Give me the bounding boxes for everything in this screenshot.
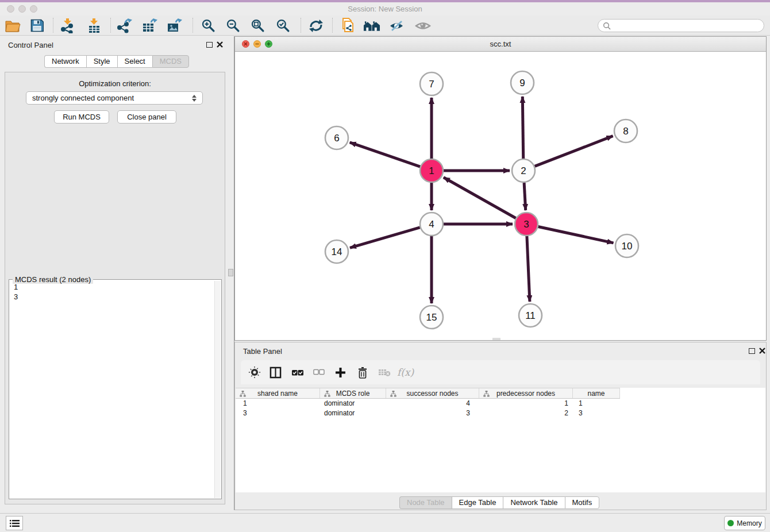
toolbar-divider <box>301 18 301 33</box>
tab-select[interactable]: Select <box>117 55 152 68</box>
graph-node-4[interactable]: 4 <box>420 213 443 236</box>
table-cell[interactable]: 2 <box>479 408 573 418</box>
zoom-in-icon[interactable] <box>199 17 217 34</box>
graph-edge-3-10[interactable] <box>538 227 614 243</box>
graph-node-14[interactable]: 14 <box>325 240 348 263</box>
memory-button[interactable]: Memory <box>724 516 765 530</box>
network-window-titlebar[interactable]: scc.txt <box>235 37 766 52</box>
first-neighbors-icon[interactable] <box>363 17 380 34</box>
table-cell[interactable]: 3 <box>386 408 479 418</box>
deselect-all-icon[interactable] <box>313 364 325 380</box>
graph-node-6[interactable]: 6 <box>325 126 348 149</box>
network-from-selection-icon[interactable] <box>339 17 356 34</box>
export-network-icon[interactable] <box>116 17 133 34</box>
graph-edge-2-9[interactable] <box>522 97 523 159</box>
import-network-icon[interactable] <box>59 17 76 34</box>
column-header-mcds-role[interactable]: MCDS role <box>320 388 386 398</box>
hide-selection-icon[interactable] <box>388 17 406 34</box>
graph-node-9[interactable]: 9 <box>511 71 534 94</box>
graph-edge-3-11[interactable] <box>527 236 530 302</box>
graph-node-label: 9 <box>519 78 525 88</box>
toolbar-divider <box>192 18 193 33</box>
table-cell[interactable]: 3 <box>573 408 620 418</box>
select-all-icon[interactable] <box>291 364 304 380</box>
zoom-selected-icon[interactable] <box>274 17 291 34</box>
table-cell[interactable]: dominator <box>320 408 386 418</box>
graph-node-label: 4 <box>429 219 434 230</box>
table-row[interactable]: 1dominator411 <box>236 399 620 408</box>
table-cell[interactable]: 4 <box>386 399 479 408</box>
table-cell[interactable]: 3 <box>236 408 320 418</box>
close-panel-button[interactable]: Close panel <box>117 110 176 124</box>
tab-node-table[interactable]: Node Table <box>399 496 452 509</box>
graph-node-3[interactable]: 3 <box>515 213 538 236</box>
graph-edge-3-1[interactable] <box>444 178 516 218</box>
tab-network-table[interactable]: Network Table <box>503 496 564 509</box>
table-cell[interactable]: 1 <box>236 399 320 408</box>
tab-network[interactable]: Network <box>44 55 86 68</box>
zoom-out-icon[interactable] <box>224 17 241 34</box>
column-header-shared-name[interactable]: shared name <box>236 388 320 398</box>
tab-motifs[interactable]: Motifs <box>565 496 600 509</box>
graph-edge-2-8[interactable] <box>535 136 613 167</box>
show-hide-columns-icon[interactable] <box>270 364 282 380</box>
show-all-icon[interactable] <box>414 17 432 34</box>
run-mcds-button[interactable]: Run MCDS <box>54 110 109 124</box>
graph-node-15[interactable]: 15 <box>420 306 443 329</box>
toolbar-divider <box>110 18 111 33</box>
zoom-fit-icon[interactable] <box>249 17 266 34</box>
tab-mcds[interactable]: MCDS <box>152 55 189 68</box>
canvas-resize-handle[interactable] <box>492 338 500 340</box>
export-image-icon[interactable] <box>166 17 183 34</box>
table-panel: Table Panel f(x) shared na <box>234 342 767 510</box>
minimize-window-button[interactable] <box>18 5 26 13</box>
column-header-name[interactable]: name <box>573 388 620 398</box>
graph-node-11[interactable]: 11 <box>519 304 542 327</box>
zoom-window-button[interactable] <box>30 5 37 13</box>
table-cell[interactable]: dominator <box>320 399 386 408</box>
network-zoom-button[interactable] <box>265 40 272 48</box>
graph-edge-2-3[interactable] <box>524 183 526 210</box>
open-session-icon[interactable] <box>4 17 21 34</box>
network-close-button[interactable] <box>242 40 249 48</box>
network-canvas[interactable]: 7968124314101511 <box>235 52 766 340</box>
task-history-button[interactable] <box>6 516 23 530</box>
graph-edge-1-6[interactable] <box>350 142 421 167</box>
graph-node-8[interactable]: 8 <box>614 119 637 142</box>
search-input[interactable] <box>614 22 764 30</box>
search-box[interactable] <box>598 19 764 32</box>
mcds-result-item[interactable]: 3 <box>9 292 215 302</box>
column-header-predecessor-nodes[interactable]: predecessor nodes <box>479 388 573 398</box>
panel-divider[interactable] <box>228 36 234 510</box>
table-toolbar: f(x) <box>241 360 760 384</box>
table-mode-gear-icon[interactable] <box>249 364 260 380</box>
graph-node-7[interactable]: 7 <box>420 72 443 95</box>
import-table-icon[interactable] <box>86 17 103 34</box>
graph-edge-4-14[interactable] <box>350 228 420 248</box>
float-panel-icon[interactable] <box>206 42 213 48</box>
add-column-icon[interactable] <box>335 364 346 380</box>
mcds-result-item[interactable]: 1 <box>9 282 215 292</box>
graph-node-10[interactable]: 10 <box>615 234 638 257</box>
tab-style[interactable]: Style <box>86 55 117 68</box>
float-table-panel-icon[interactable] <box>749 348 755 354</box>
table-cell[interactable]: 1 <box>479 399 573 408</box>
mcds-result-scrollbar[interactable] <box>214 281 221 498</box>
memory-status-icon <box>727 520 734 526</box>
graph-node-2[interactable]: 2 <box>512 159 535 182</box>
close-table-panel-icon[interactable] <box>759 348 765 354</box>
save-session-icon[interactable] <box>28 17 45 34</box>
divider-handle[interactable] <box>228 269 233 276</box>
table-cell[interactable]: 1 <box>573 399 620 408</box>
column-header-successor-nodes[interactable]: successor nodes <box>386 388 479 398</box>
tab-edge-table[interactable]: Edge Table <box>452 496 503 509</box>
network-minimize-button[interactable] <box>253 40 261 48</box>
graph-node-1[interactable]: 1 <box>420 159 443 182</box>
table-row[interactable]: 3dominator323 <box>236 408 620 418</box>
criterion-select[interactable]: strongly connected component <box>26 91 203 105</box>
export-table-icon[interactable] <box>141 17 159 34</box>
apply-layout-icon[interactable] <box>307 17 325 34</box>
close-panel-icon[interactable] <box>217 41 223 48</box>
close-window-button[interactable] <box>7 5 14 13</box>
delete-column-icon[interactable] <box>357 364 368 380</box>
